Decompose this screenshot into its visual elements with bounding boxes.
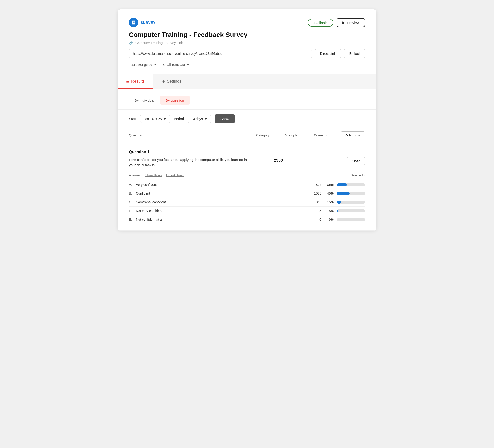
view-toggle-row: By individual By question (118, 89, 376, 110)
period-value: 14 days (191, 117, 203, 121)
answer-text-c: Somewhat confident (136, 200, 306, 204)
embed-button[interactable]: Embed (344, 49, 365, 58)
email-template-label: Email Template (162, 63, 185, 67)
answer-row-b: B. Confident 1035 45% (129, 189, 365, 198)
th-attempts-label: Attempts (285, 133, 297, 137)
sort-icon-category: ↕ (271, 134, 272, 137)
answer-letter-a: A. (129, 183, 136, 187)
by-individual-button[interactable]: By individual (129, 96, 160, 105)
answers-section: Answers Show Users Export Users Selected… (129, 174, 365, 224)
page-title: Computer Training - Feedback Survey (129, 31, 365, 38)
content-area: By individual By question Start Jan 14 2… (118, 89, 376, 231)
actions-button[interactable]: Actions ▼ (341, 131, 365, 139)
chevron-down-icon: ▼ (154, 63, 157, 67)
answer-letter-d: D. (129, 209, 136, 213)
test-taker-guide-button[interactable]: Test taker guide ▼ (129, 63, 157, 67)
tab-settings[interactable]: ⚙ Settings (153, 74, 190, 89)
answer-text-e: Not confident at all (136, 218, 306, 221)
show-button[interactable]: Show (215, 114, 235, 123)
answer-count-b: 1035 (306, 192, 325, 195)
header-card: SURVEY Available ▶ Preview Computer Trai… (118, 9, 376, 74)
actions-label: Actions (345, 133, 356, 137)
answer-pct-a: 35% (325, 183, 337, 187)
link-icon: 🔗 (129, 40, 134, 45)
answer-row-e: E. Not confident at all 0 0% (129, 215, 365, 224)
survey-link-row: 🔗 Computer Training - Survey Link (129, 40, 365, 45)
th-correct-label: Correct (314, 133, 325, 137)
sort-icon-correct: ↕ (326, 134, 327, 137)
th-correct[interactable]: Correct ↕ (306, 133, 334, 137)
survey-icon (129, 18, 138, 27)
preview-label: Preview (347, 21, 359, 25)
answer-letter-b: B. (129, 192, 136, 195)
bar-b (337, 192, 365, 195)
tabs-row: ☰ Results ⚙ Settings (118, 74, 376, 89)
chevron-down-icon-5: ▼ (357, 133, 361, 137)
bar-fill-b (337, 192, 350, 195)
tab-settings-label: Settings (167, 79, 181, 84)
th-attempts[interactable]: Attempts ↕ (278, 133, 306, 137)
period-label: Period (174, 117, 184, 121)
bar-fill-c (337, 201, 341, 203)
question-block-1: Question 1 How confident do you feel abo… (118, 143, 376, 231)
bar-fill-d (337, 209, 338, 212)
url-input[interactable] (129, 49, 312, 58)
export-users-link[interactable]: Export Users (166, 174, 184, 177)
main-container: SURVEY Available ▶ Preview Computer Trai… (118, 9, 376, 231)
th-question: Question (129, 133, 250, 137)
chevron-down-icon-4: ▼ (204, 117, 208, 121)
svg-rect-0 (132, 21, 135, 25)
filter-row: Start Jan 14 2025 ▼ Period 14 days ▼ Sho… (118, 110, 376, 128)
question-row-1: How confident do you feel about applying… (129, 157, 365, 168)
chevron-down-icon-2: ▼ (186, 63, 190, 67)
answer-pct-c: 15% (325, 200, 337, 204)
start-label: Start (129, 117, 136, 121)
sort-icon-attempts: ↕ (298, 134, 300, 137)
start-date-value: Jan 14 2025 (144, 117, 162, 121)
question-attempts-1: 2300 (264, 157, 292, 163)
gear-icon: ⚙ (162, 79, 165, 84)
url-row: Direct Link Embed (129, 49, 365, 58)
bar-a (337, 183, 365, 186)
th-category-label: Category (256, 133, 270, 137)
close-button[interactable]: Close (347, 157, 365, 165)
chevron-down-icon-3: ▼ (163, 117, 167, 121)
header-top: SURVEY Available ▶ Preview (129, 18, 365, 27)
show-users-link[interactable]: Show Users (145, 174, 162, 177)
question-text-1: How confident do you feel about applying… (129, 157, 251, 168)
by-question-button[interactable]: By question (160, 96, 190, 105)
survey-label: SURVEY (129, 18, 156, 27)
answer-text-d: Not very confident (136, 209, 306, 213)
tab-results[interactable]: ☰ Results (118, 74, 153, 89)
answer-text-b: Confident (136, 192, 306, 195)
answer-pct-d: 5% (325, 209, 337, 213)
bar-e (337, 218, 365, 221)
answer-row-c: C. Somewhat confident 345 15% (129, 198, 365, 206)
period-select[interactable]: 14 days ▼ (188, 115, 211, 123)
answer-row-a: A. Very confident 805 35% (129, 180, 365, 189)
header-actions: Available ▶ Preview (308, 18, 365, 27)
email-template-button[interactable]: Email Template ▼ (162, 63, 190, 67)
answer-letter-c: C. (129, 200, 136, 204)
th-category[interactable]: Category ↕ (250, 133, 278, 137)
th-actions: Actions ▼ (334, 131, 365, 139)
survey-type-label: SURVEY (141, 21, 156, 25)
bar-d (337, 209, 365, 212)
bar-c (337, 201, 365, 203)
answer-text-a: Very confident (136, 183, 306, 187)
bar-fill-a (337, 183, 347, 186)
answers-header: Answers Show Users Export Users Selected… (129, 174, 365, 177)
answer-count-d: 115 (306, 209, 325, 213)
answer-count-c: 345 (306, 200, 325, 204)
start-date-select[interactable]: Jan 14 2025 ▼ (140, 115, 170, 123)
preview-button[interactable]: ▶ Preview (337, 18, 365, 27)
list-icon: ☰ (126, 79, 129, 84)
direct-link-button[interactable]: Direct Link (315, 49, 341, 58)
sort-icon-selected: ↕ (364, 174, 365, 177)
question-title-1: Question 1 (129, 150, 365, 154)
survey-link-text: Computer Training - Survey Link (136, 41, 183, 45)
selected-col-header[interactable]: Selected ↕ (351, 174, 365, 177)
available-badge[interactable]: Available (308, 19, 333, 26)
answer-letter-e: E. (129, 218, 136, 221)
answer-count-e: 0 (306, 218, 325, 221)
